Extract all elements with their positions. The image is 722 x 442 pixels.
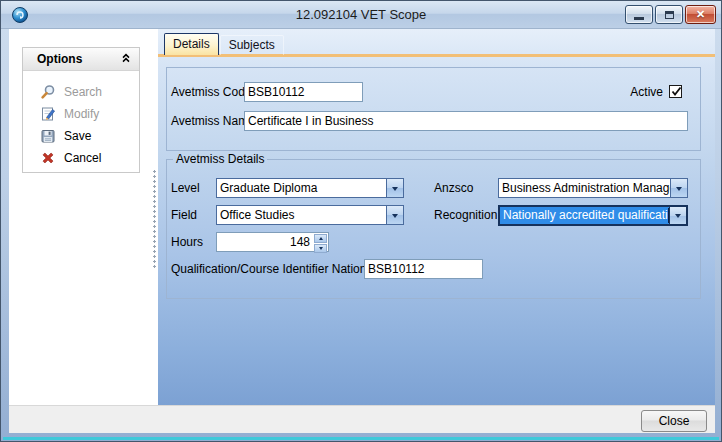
tab-subjects[interactable]: Subjects (220, 35, 284, 55)
hours-input[interactable] (217, 233, 313, 251)
recognition-label: Recognition (434, 205, 497, 225)
close-button[interactable]: Close (641, 410, 707, 432)
main-panel: Details Subjects Avetmiss Code Active Av… (158, 29, 715, 405)
sidebar-item-label: Modify (64, 107, 99, 121)
window-bottom-edge (3, 437, 719, 440)
anzsco-dropdown-arrow[interactable] (670, 179, 687, 197)
spin-buttons (313, 233, 328, 251)
hours-label: Hours (171, 232, 203, 252)
window-controls: ✕ (625, 5, 716, 24)
avetmiss-details-title: Avetmiss Details (173, 152, 267, 166)
level-label: Level (171, 178, 200, 198)
close-window-button[interactable]: ✕ (685, 5, 716, 24)
close-icon: ✕ (696, 9, 705, 20)
tab-details[interactable]: Details (164, 33, 219, 55)
field-value: Office Studies (217, 206, 386, 224)
anzsco-value: Business Administration Managers (499, 179, 670, 197)
chevron-down-icon (675, 214, 681, 221)
chevron-up-icon (319, 235, 323, 240)
hours-stepper[interactable] (216, 232, 329, 252)
footer-bar: Close (9, 405, 715, 433)
sidebar-item-label: Save (64, 129, 91, 143)
collapse-chevron-icon[interactable] (121, 52, 131, 66)
header-fields-box (166, 67, 701, 151)
splitter-handle[interactable] (152, 169, 157, 269)
recognition-value: Nationally accredited qualification (500, 207, 669, 224)
avetmiss-code-label: Avetmiss Code (171, 82, 251, 102)
sidebar-item-modify[interactable]: Modify (23, 103, 139, 125)
qualification-national-input[interactable] (364, 259, 483, 279)
app-icon (11, 6, 29, 24)
field-label: Field (171, 205, 197, 225)
sidebar-item-save[interactable]: Save (23, 125, 139, 147)
avetmiss-name-input[interactable] (244, 111, 688, 131)
avetmiss-name-label: Avetmiss Name (171, 111, 255, 131)
active-label: Active (598, 82, 663, 102)
recognition-dropdown-arrow[interactable] (669, 207, 686, 224)
chevron-down-icon (392, 187, 398, 194)
recognition-combobox[interactable]: Nationally accredited qualification (498, 205, 688, 226)
sidebar-item-label: Search (64, 85, 102, 99)
avetmiss-code-input[interactable] (244, 82, 363, 102)
chevron-down-icon (392, 214, 398, 221)
options-panel-header: Options (23, 48, 139, 71)
level-combobox[interactable]: Graduate Diploma (216, 178, 404, 198)
sidebar: Options Search (9, 29, 158, 405)
chevron-down-icon (676, 187, 682, 194)
options-panel: Options Search (22, 47, 140, 173)
minimize-button[interactable] (625, 5, 653, 24)
search-icon (40, 84, 56, 100)
window-title: 12.092104 VET Scope (1, 1, 721, 29)
spin-up-button[interactable] (314, 234, 327, 243)
field-combobox[interactable]: Office Studies (216, 205, 404, 225)
options-list: Search Modify (23, 81, 139, 169)
save-icon (40, 128, 56, 144)
qualification-national-label: Qualification/Course Identifier National (171, 259, 376, 279)
vet-scope-window: 12.092104 VET Scope ✕ Options (0, 0, 722, 442)
level-dropdown-arrow[interactable] (386, 179, 403, 197)
sidebar-item-search[interactable]: Search (23, 81, 139, 103)
chevron-down-icon (319, 247, 323, 252)
field-dropdown-arrow[interactable] (386, 206, 403, 224)
maximize-icon (665, 11, 674, 19)
sidebar-item-cancel[interactable]: Cancel (23, 147, 139, 169)
maximize-button[interactable] (655, 5, 683, 24)
level-value: Graduate Diploma (217, 179, 386, 197)
anzsco-label: Anzsco (434, 178, 473, 198)
cancel-icon (40, 150, 56, 166)
options-panel-title: Options (37, 52, 121, 66)
modify-icon (40, 106, 56, 122)
anzsco-combobox[interactable]: Business Administration Managers (498, 178, 688, 198)
tab-bar: Details Subjects (164, 33, 284, 55)
sidebar-item-label: Cancel (64, 151, 101, 165)
checkmark-icon (670, 85, 683, 98)
spin-down-button[interactable] (314, 244, 327, 253)
minimize-icon (634, 17, 644, 20)
titlebar: 12.092104 VET Scope ✕ (1, 1, 721, 29)
active-checkbox[interactable] (669, 85, 682, 98)
